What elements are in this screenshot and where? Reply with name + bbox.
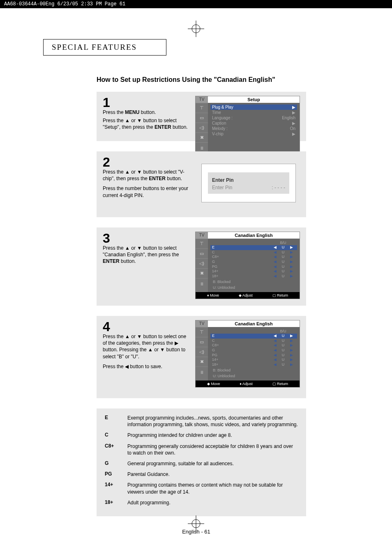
osd-menu-row: Language :English (210, 115, 297, 121)
legend-unblocked: U: Unblocked (210, 285, 297, 290)
rating-row: PG◀U▶ (210, 353, 297, 358)
step-text: Press the ▲ or ▼ button to select "V-chi… (103, 169, 189, 182)
foot-move: ♦ Move (207, 293, 219, 297)
picture-icon: ▭ (196, 113, 208, 123)
wrench-icon: ✖ (196, 357, 208, 367)
rating-row: E◀U▶ (210, 245, 297, 250)
bu-header: B/U (271, 241, 295, 245)
osd-sidebar-icons: ⊤ ▭ ◁) ✖ ⫼ (196, 327, 208, 381)
osd-menu-row: Time▶ (210, 110, 297, 115)
step-3: 3 Press the ▲ or ▼ button to select "Can… (97, 227, 306, 306)
foot-return: ▢ Return (272, 293, 288, 297)
osd-sidebar-icons: ⊤ ▭ ◁) ✖ ⫼ (196, 103, 208, 152)
sound-icon: ◁) (196, 347, 208, 357)
step-text: Press the ▲ or ▼ button to select "Canad… (103, 245, 189, 265)
sliders-icon: ⫼ (196, 142, 208, 152)
osd-canadian-english: TVCanadian English ⊤ ▭ ◁) ✖ ⫼ B/U E◀U▶C◀… (195, 232, 300, 299)
rating-row: C8+◀U▶ (210, 343, 297, 348)
sliders-icon: ⫼ (196, 367, 208, 376)
foot-adjust: ◆ Adjust (239, 293, 253, 297)
step-4: 4 Press the ▲ or ▼ button to select one … (97, 316, 306, 398)
sound-icon: ◁) (196, 258, 208, 268)
rating-row: C◀U▶ (210, 339, 297, 343)
rating-row: G◀U▶ (210, 348, 297, 353)
foot-move: ◆ Move (207, 382, 220, 386)
rating-definition: C8+Programming generally considered acce… (105, 443, 298, 456)
step-text: Press the ▲ or ▼ button to select one of… (103, 333, 189, 360)
picture-icon: ▭ (196, 337, 208, 347)
step-text: Press the number buttons to enter your c… (103, 185, 189, 198)
pin-title: Enter Pin (212, 177, 285, 183)
foot-return: ▢ Return (272, 382, 288, 386)
rating-row: PG◀U▶ (210, 265, 297, 269)
osd-setup: TVSetup ⊤ ▭ ◁) ✖ ⫼ Plug & Play▶Time▶Lang… (195, 96, 300, 159)
rating-row: C8+◀U▶ (210, 255, 297, 260)
step-1: 1 Press the MENU button. Press the ▲ or … (97, 92, 306, 141)
antenna-icon: ⊤ (196, 103, 208, 113)
rating-row: 18+◀U▶ (210, 274, 297, 279)
rating-definition: 18+Adult programming. (105, 499, 298, 506)
page-title: How to Set up Restrictions Using the "Ca… (97, 76, 349, 84)
picture-icon: ▭ (196, 248, 208, 258)
osd-sidebar-icons: ⊤ ▭ ◁) ✖ ⫼ (196, 239, 208, 292)
pin-value: : - - - - (272, 185, 285, 190)
rating-definition: PGParental Guidance. (105, 471, 298, 478)
section-title: SPECIAL FEATURES (43, 39, 166, 56)
rating-row: 14+◀U▶ (210, 269, 297, 274)
print-header: AA68-03644A-00Eng 6/23/05 2:33 PM Page 6… (0, 0, 392, 8)
osd-menu-row: Melody :On (210, 126, 297, 131)
ratings-definitions: EExempt programming includes...news, spo… (97, 408, 306, 516)
rating-definition: GGeneral programming, suitable for all a… (105, 460, 298, 467)
pin-label: Enter Pin (212, 185, 232, 190)
legend-blocked: B: Blocked (210, 279, 297, 285)
rating-definition: EExempt programming includes...news, spo… (105, 415, 298, 428)
legend-blocked: B: Blocked (210, 367, 297, 373)
registration-mark-bottom (188, 515, 204, 532)
sliders-icon: ⫼ (196, 278, 208, 288)
rating-row: 18+◀U▶ (210, 362, 297, 367)
osd-canadian-english: TVCanadian English ⊤ ▭ ◁) ✖ ⫼ B/U E◀U▶C◀… (195, 320, 300, 387)
rating-row: 14+◀U▶ (210, 357, 297, 362)
rating-row: G◀U▶ (210, 260, 297, 265)
step-text: Press the MENU button. (103, 109, 189, 116)
osd-menu-row: Caption▶ (210, 121, 297, 126)
osd-pin: Enter Pin Enter Pin: - - - - (201, 164, 296, 202)
wrench-icon: ✖ (196, 268, 208, 278)
osd-menu-row: V-chip▶ (210, 131, 297, 137)
sound-icon: ◁) (196, 123, 208, 132)
bu-header: B/U (271, 329, 295, 333)
legend-unblocked: U: Unblocked (210, 373, 297, 379)
rating-definition: 14+Programming contains themes or conten… (105, 482, 298, 495)
foot-adjust: ♦ Adjust (240, 382, 253, 386)
rating-row: C◀U▶ (210, 250, 297, 255)
antenna-icon: ⊤ (196, 327, 208, 337)
rating-definition: CProgramming intended for children under… (105, 432, 298, 439)
step-2: 2 Press the ▲ or ▼ button to select "V-c… (97, 151, 306, 217)
registration-mark-top (188, 21, 204, 37)
step-text: Press the ▲ or ▼ button to select "Setup… (103, 117, 189, 130)
antenna-icon: ⊤ (196, 239, 208, 248)
wrench-icon: ✖ (196, 132, 208, 142)
osd-menu-row: Plug & Play▶ (210, 104, 297, 110)
step-text: Press the ◀ button to save. (103, 363, 189, 370)
rating-row: E◀U▶ (210, 334, 297, 339)
